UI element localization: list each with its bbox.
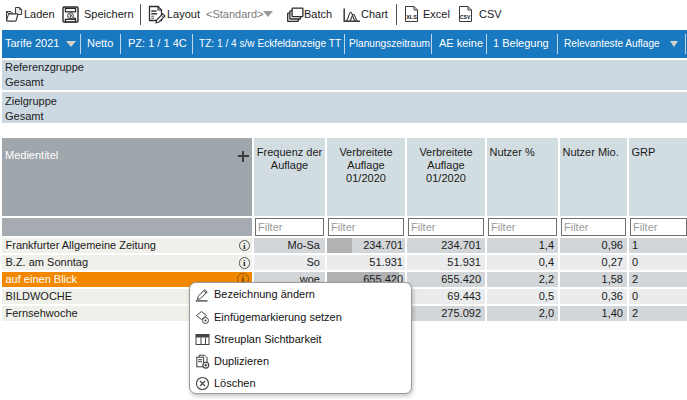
svg-text:CSV: CSV bbox=[460, 14, 471, 20]
svg-text:XLS: XLS bbox=[406, 14, 417, 20]
